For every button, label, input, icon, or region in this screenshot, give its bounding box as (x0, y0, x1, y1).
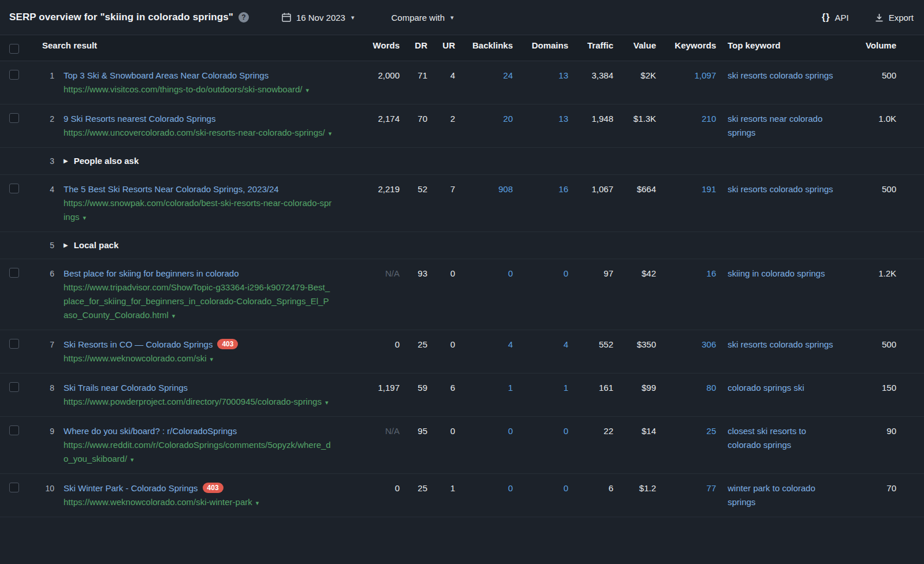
url-dropdown-caret[interactable]: ▾ (329, 130, 332, 137)
column-header-backlinks[interactable]: Backlinks (455, 35, 513, 61)
column-header-value[interactable]: Value (613, 35, 656, 61)
url-dropdown-caret[interactable]: ▾ (172, 312, 176, 319)
serp-table: Search result Words DR UR Backlinks Doma… (0, 35, 924, 517)
row-checkbox[interactable] (9, 184, 19, 193)
result-title-link[interactable]: Ski Resorts in CO — Colorado Springs (64, 339, 213, 349)
top-keyword-link[interactable]: ski resorts colorado springs (728, 70, 833, 80)
domains-link[interactable]: 0 (564, 426, 568, 436)
url-dropdown-caret[interactable]: ▾ (256, 499, 259, 506)
keywords-link[interactable]: 80 (706, 383, 716, 393)
url-dropdown-caret[interactable]: ▾ (83, 214, 87, 221)
result-url-link[interactable]: https://www.weknowcolorado.com/ski-winte… (64, 497, 259, 507)
row-checkbox[interactable] (9, 483, 19, 492)
row-checkbox[interactable] (9, 425, 19, 435)
column-header-search-result[interactable]: Search result (32, 35, 348, 61)
result-url-link[interactable]: https://www.weknowcolorado.com/ski▾ (64, 353, 213, 363)
url-dropdown-caret[interactable]: ▾ (210, 356, 214, 363)
result-title-link[interactable]: Ski Trails near Colorado Springs (64, 383, 188, 393)
top-keyword-link[interactable]: winter park to colorado springs (728, 483, 815, 507)
traffic-value: 161 (568, 373, 613, 416)
result-url-link[interactable]: https://www.snowpak.com/colorado/best-sk… (64, 198, 331, 222)
row-checkbox[interactable] (9, 113, 19, 123)
result-url-link[interactable]: https://www.reddit.com/r/ColoradoSprings… (64, 440, 331, 464)
column-header-keywords[interactable]: Keywords (656, 35, 716, 61)
backlinks-link[interactable]: 908 (498, 184, 513, 194)
search-result-cell: Top 3 Ski & Snowboard Areas Near Colorad… (54, 61, 348, 104)
keywords-link[interactable]: 306 (702, 339, 716, 349)
domains-link[interactable]: 0 (564, 268, 568, 278)
checkbox-cell (9, 61, 32, 104)
top-keyword-link[interactable]: ski resorts colorado springs (728, 184, 833, 194)
result-title-link[interactable]: Top 3 Ski & Snowboard Areas Near Colorad… (64, 70, 269, 80)
select-all-checkbox[interactable] (9, 44, 19, 54)
top-keyword-link[interactable]: colorado springs ski (728, 383, 804, 393)
result-title-link[interactable]: Where do you ski/board? : r/ColoradoSpri… (64, 426, 237, 436)
export-button[interactable]: Export (874, 13, 914, 23)
row-checkbox[interactable] (9, 268, 19, 278)
row-checkbox[interactable] (9, 70, 19, 80)
table-row: 7 Ski Resorts in CO — Colorado Springs40… (0, 330, 924, 373)
result-title-link[interactable]: The 5 Best Ski Resorts Near Colorado Spr… (64, 184, 279, 194)
result-url-link[interactable]: https://www.powderproject.com/directory/… (64, 397, 328, 406)
url-dropdown-caret[interactable]: ▾ (131, 456, 134, 463)
column-header-volume[interactable]: Volume (841, 35, 896, 61)
url-dropdown-caret[interactable]: ▾ (325, 399, 329, 406)
backlinks-link[interactable]: 0 (508, 426, 513, 436)
keywords-link[interactable]: 25 (706, 426, 716, 436)
row-checkbox[interactable] (9, 382, 19, 392)
keywords-link[interactable]: 77 (706, 483, 716, 493)
column-header-traffic[interactable]: Traffic (568, 35, 613, 61)
checkbox-cell (9, 104, 32, 147)
result-title-link[interactable]: Best place for skiing for beginners in c… (64, 268, 239, 278)
backlinks-link[interactable]: 0 (508, 483, 513, 493)
result-title-link[interactable]: Ski Winter Park - Colorado Springs (64, 483, 198, 493)
domains-link[interactable]: 13 (558, 114, 568, 124)
url-dropdown-caret[interactable]: ▾ (306, 87, 310, 94)
backlinks-link[interactable]: 1 (508, 383, 513, 393)
result-title-link[interactable]: 9 Ski Resorts nearest Colorado Springs (64, 114, 215, 124)
api-button[interactable]: {} API (822, 12, 849, 23)
result-url-link[interactable]: https://www.tripadvisor.com/ShowTopic-g3… (64, 282, 330, 320)
table-row: 8 Ski Trails near Colorado Springs https… (0, 373, 924, 417)
top-keyword-link[interactable]: skiing in colorado springs (728, 268, 825, 278)
domains-link[interactable]: 4 (564, 339, 568, 349)
chevron-down-icon: ▾ (351, 14, 355, 21)
top-keyword-link[interactable]: ski resorts colorado springs (728, 339, 833, 349)
volume-value: 1.0K (841, 104, 896, 147)
backlinks-link[interactable]: 24 (503, 70, 513, 80)
result-url-link[interactable]: https://www.uncovercolorado.com/ski-reso… (64, 128, 331, 137)
help-icon[interactable]: ? (239, 12, 249, 23)
top-keyword-link[interactable]: closest ski resorts to colorado springs (728, 426, 806, 450)
serp-feature-toggle[interactable]: ▶ People also ask (54, 154, 896, 168)
domains-link[interactable]: 0 (564, 483, 568, 493)
column-header-dr[interactable]: DR (400, 35, 427, 61)
keywords-link[interactable]: 210 (702, 114, 716, 124)
row-checkbox[interactable] (9, 339, 19, 349)
keywords-link[interactable]: 191 (702, 184, 716, 194)
serp-feature-toggle[interactable]: ▶ Local pack (54, 238, 896, 252)
backlinks-link[interactable]: 20 (503, 114, 513, 124)
backlinks-link[interactable]: 4 (508, 339, 513, 349)
compare-with-dropdown[interactable]: Compare with ▾ (392, 13, 454, 23)
volume-value: 500 (841, 175, 896, 231)
backlinks-link[interactable]: 0 (508, 268, 513, 278)
checkbox-cell (9, 259, 32, 330)
domains-link[interactable]: 13 (558, 70, 568, 80)
column-header-words[interactable]: Words (348, 35, 400, 61)
result-url-link[interactable]: https://www.visitcos.com/things-to-do/ou… (64, 84, 309, 94)
domains-link[interactable]: 1 (564, 383, 568, 393)
column-header-domains[interactable]: Domains (513, 35, 568, 61)
api-label: API (834, 13, 848, 23)
words-value: N/A (348, 259, 400, 330)
table-header-row: Search result Words DR UR Backlinks Doma… (0, 35, 924, 61)
keywords-link[interactable]: 16 (706, 268, 716, 278)
keywords-link[interactable]: 1,097 (694, 70, 716, 80)
date-picker[interactable]: 16 Nov 2023 ▾ (281, 12, 355, 23)
domains-link[interactable]: 16 (558, 184, 568, 194)
calendar-icon (281, 12, 292, 23)
column-header-ur[interactable]: UR (427, 35, 455, 61)
column-header-top-keyword[interactable]: Top keyword (716, 35, 841, 61)
table-row: 6 Best place for skiing for beginners in… (0, 259, 924, 330)
expand-arrow-icon: ▶ (64, 154, 68, 168)
top-keyword-link[interactable]: ski resorts near colorado springs (728, 114, 822, 137)
